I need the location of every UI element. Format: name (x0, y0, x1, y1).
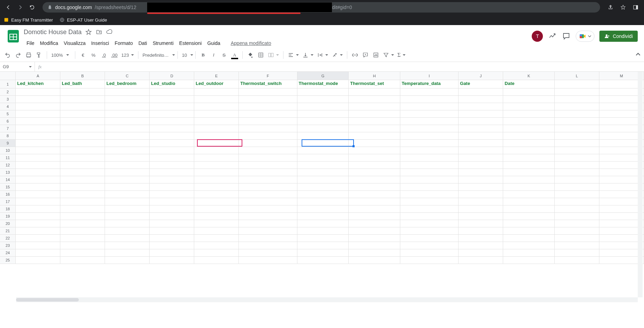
cell[interactable]: Led_studio (150, 80, 194, 88)
cell[interactable] (400, 132, 459, 140)
cell[interactable] (297, 147, 349, 154)
cell[interactable] (105, 110, 150, 118)
cell[interactable] (400, 162, 459, 169)
cell[interactable] (400, 110, 459, 118)
cell[interactable] (16, 118, 60, 125)
link-button[interactable] (350, 50, 360, 60)
column-header[interactable]: C (105, 72, 150, 80)
print-button[interactable] (24, 50, 33, 60)
cell[interactable] (194, 213, 239, 220)
cell[interactable] (349, 176, 400, 183)
cell[interactable] (459, 154, 503, 162)
cell[interactable] (349, 154, 400, 162)
menu-visualizza[interactable]: Visualizza (61, 40, 89, 47)
cell[interactable] (297, 191, 349, 198)
cell[interactable] (105, 125, 150, 132)
cell[interactable] (150, 125, 194, 132)
column-header[interactable]: I (400, 72, 459, 80)
menu-dati[interactable]: Dati (136, 40, 150, 47)
cell[interactable] (503, 103, 555, 110)
cell[interactable] (503, 198, 555, 205)
cell[interactable] (297, 110, 349, 118)
cell[interactable] (105, 242, 150, 249)
cell[interactable] (150, 140, 194, 147)
cell[interactable] (105, 235, 150, 242)
horizontal-scrollbar[interactable] (16, 297, 638, 302)
cell[interactable] (349, 110, 400, 118)
cell[interactable] (599, 176, 644, 183)
cell[interactable] (459, 227, 503, 235)
cell[interactable] (105, 213, 150, 220)
column-header[interactable]: B (60, 72, 105, 80)
italic-button[interactable]: I (209, 50, 219, 60)
cell[interactable] (503, 249, 555, 257)
cell[interactable]: Thermostat_switch (239, 80, 297, 88)
cell[interactable] (349, 169, 400, 176)
cell[interactable] (555, 110, 599, 118)
cell[interactable] (555, 227, 599, 235)
borders-button[interactable] (256, 50, 266, 60)
cell[interactable] (194, 147, 239, 154)
cell[interactable] (150, 213, 194, 220)
insert-chart-button[interactable] (371, 50, 381, 60)
cell[interactable] (16, 257, 60, 264)
cell[interactable] (599, 198, 644, 205)
cell[interactable] (297, 132, 349, 140)
cell[interactable] (150, 176, 194, 183)
cell[interactable] (16, 103, 60, 110)
cell[interactable] (599, 132, 644, 140)
cell[interactable] (459, 96, 503, 103)
cell[interactable] (105, 96, 150, 103)
cell[interactable] (459, 183, 503, 191)
cell[interactable] (150, 183, 194, 191)
cell[interactable] (150, 103, 194, 110)
cell[interactable] (555, 213, 599, 220)
row-header[interactable]: 12 (0, 162, 16, 169)
cell[interactable] (503, 176, 555, 183)
row-header[interactable]: 17 (0, 198, 16, 205)
row-header[interactable]: 14 (0, 176, 16, 183)
cell[interactable] (194, 220, 239, 227)
cell[interactable] (150, 110, 194, 118)
cell[interactable] (349, 103, 400, 110)
cell[interactable] (105, 118, 150, 125)
cell[interactable] (599, 118, 644, 125)
cell[interactable] (105, 227, 150, 235)
cell[interactable] (297, 140, 349, 147)
cell[interactable] (150, 235, 194, 242)
cell[interactable] (60, 198, 105, 205)
row-header[interactable]: 4 (0, 103, 16, 110)
cell[interactable] (599, 162, 644, 169)
cell[interactable] (503, 227, 555, 235)
cell[interactable] (400, 205, 459, 213)
cell[interactable] (555, 132, 599, 140)
cell[interactable] (60, 220, 105, 227)
cell[interactable] (599, 220, 644, 227)
account-avatar[interactable]: T (532, 31, 543, 42)
font-size-dropdown[interactable]: 10 (181, 53, 192, 58)
cell[interactable] (349, 118, 400, 125)
cell[interactable] (297, 154, 349, 162)
cell[interactable] (459, 147, 503, 154)
cell[interactable] (105, 191, 150, 198)
column-header[interactable]: H (349, 72, 400, 80)
row-header[interactable]: 25 (0, 257, 16, 264)
row-header[interactable]: 6 (0, 118, 16, 125)
cell[interactable] (555, 154, 599, 162)
cell[interactable] (105, 249, 150, 257)
cell[interactable] (297, 162, 349, 169)
cell[interactable] (239, 118, 297, 125)
cell[interactable] (555, 249, 599, 257)
cell[interactable] (349, 235, 400, 242)
cell[interactable] (194, 183, 239, 191)
cell[interactable] (349, 132, 400, 140)
cell[interactable] (555, 162, 599, 169)
cell[interactable] (503, 110, 555, 118)
cell[interactable] (555, 191, 599, 198)
cell[interactable] (459, 132, 503, 140)
cell[interactable] (16, 132, 60, 140)
cell[interactable] (599, 96, 644, 103)
cell[interactable] (459, 220, 503, 227)
cell[interactable] (400, 154, 459, 162)
cell[interactable] (239, 198, 297, 205)
